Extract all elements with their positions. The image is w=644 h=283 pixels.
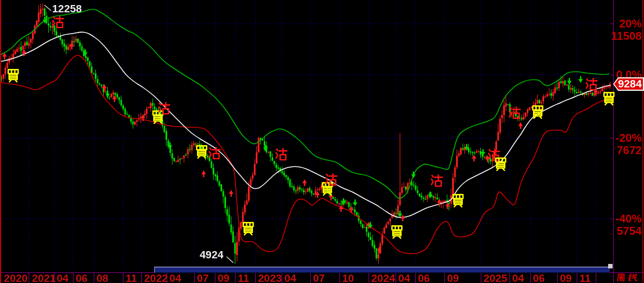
buy-signal xyxy=(7,68,20,83)
x-axis-tick-label: 11 xyxy=(126,273,137,283)
x-axis-tick-label: 2024 xyxy=(371,273,395,283)
x-axis-tick-label: 2023 xyxy=(258,273,282,283)
low-price-label: 4924 xyxy=(200,249,223,261)
price-chart[interactable] xyxy=(0,0,644,283)
y-axis-label-neg40pct: -40% xyxy=(615,212,642,225)
buy-signal xyxy=(195,145,209,160)
sell-signal xyxy=(430,174,444,189)
sell-signal xyxy=(508,106,522,121)
sell-signal xyxy=(275,147,288,163)
sell-signal xyxy=(158,101,171,117)
current-price-tag: 9284 xyxy=(613,77,644,91)
scrollbar-track[interactable] xyxy=(0,267,613,273)
x-axis-tick-label: 09 xyxy=(560,273,572,283)
sell-signal xyxy=(325,173,338,188)
left-border xyxy=(0,0,1,283)
y-axis-label-11508: 11508 xyxy=(611,30,642,42)
x-axis-tick-label: 2022 xyxy=(144,273,168,283)
x-axis-tick-label: 10 xyxy=(342,273,354,283)
current-price-value: 9284 xyxy=(618,78,642,90)
x-axis-tick-label: 04 xyxy=(169,273,181,283)
y-axis-label-20pct: 20% xyxy=(619,17,642,30)
sell-signal xyxy=(208,146,222,161)
x-axis-tick-label: 07 xyxy=(197,273,209,283)
high-price-label: 12258 xyxy=(52,3,82,15)
y-axis-label-5754: 5754 xyxy=(617,225,642,237)
buy-signal xyxy=(242,221,255,236)
x-axis-tick-label: 06 xyxy=(533,273,545,283)
y-axis-label-neg20pct: -20% xyxy=(615,132,642,144)
buy-signal xyxy=(531,105,545,120)
x-axis-tick-label: 07 xyxy=(313,273,325,283)
x-axis-tick-label: 2025 xyxy=(484,273,507,283)
buy-signal xyxy=(452,193,465,208)
x-axis-tick-label: 06 xyxy=(76,273,88,283)
scrollbar-thumb[interactable] xyxy=(154,267,610,273)
x-axis-tick-label: 04 xyxy=(284,273,296,283)
x-axis-tick-label: 09 xyxy=(447,273,459,283)
x-axis-tick-label: 08 xyxy=(96,273,108,283)
sell-signal xyxy=(585,77,599,92)
x-axis-tick-label: 2020 xyxy=(4,273,27,283)
scrollbar-grip[interactable] xyxy=(608,264,613,268)
period-label[interactable] xyxy=(616,273,643,283)
x-axis-tick-label: 11 xyxy=(238,273,249,283)
y-axis-label-7672: 7672 xyxy=(617,144,642,156)
x-axis-tick-label: 04 xyxy=(512,273,524,283)
x-axis-tick-label: 09 xyxy=(218,273,229,283)
buy-signal xyxy=(494,157,508,172)
x-axis-tick-label: 04 xyxy=(398,273,410,283)
sell-signal xyxy=(52,15,65,30)
stock-chart-app: 20% 11508 0.0% -20% 7672 -40% 5754 9284 … xyxy=(0,0,644,283)
x-axis-tick-label: 2021 xyxy=(32,273,56,283)
buy-signal xyxy=(602,91,616,106)
x-axis-tick-label: 06 xyxy=(418,273,430,283)
x-axis-tick-label: 11 xyxy=(579,273,591,283)
x-axis-tick-label: 04 xyxy=(57,273,68,283)
buy-signal xyxy=(390,225,404,240)
